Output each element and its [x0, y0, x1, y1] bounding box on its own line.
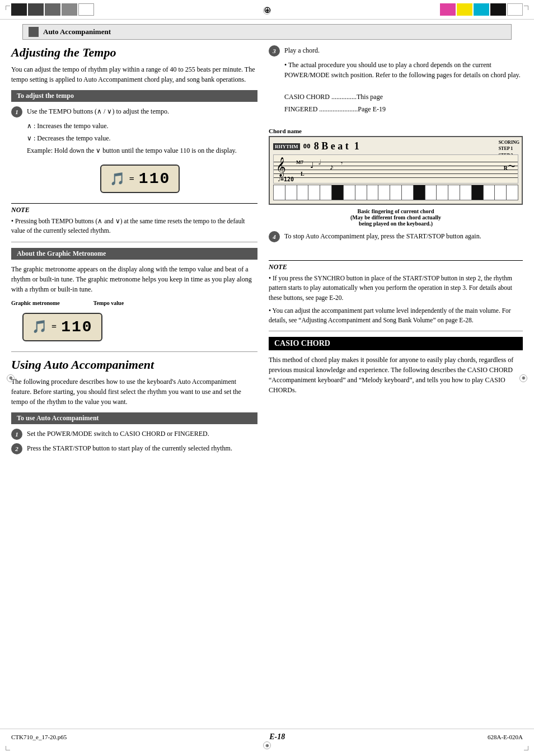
use-step-2-circle: 2: [11, 443, 22, 454]
note-box-right: NOTE • If you press the SYNCHRO button i…: [269, 260, 523, 325]
tempo-display-2: 🎵 = 110: [22, 313, 102, 341]
chord-name-label: Chord name: [269, 128, 523, 134]
right-step-3-item: 3 Play a chord.: [269, 45, 523, 57]
chord-caption-3: being played on the keyboard.): [269, 220, 523, 227]
tempo-display: 🎵 = 110: [100, 165, 180, 193]
chord-caption-1: Basic fingering of current chord: [269, 208, 523, 214]
tempo-number-2: 110: [61, 318, 92, 336]
use-step-2-item: 2 Press the START/STOP button to start p…: [11, 443, 257, 454]
step1-example: Example: Hold down the ∨ button until th…: [11, 145, 257, 156]
chord-caption-2: (May be different from chord actually: [269, 214, 523, 220]
section-header: Auto Accompaniment: [22, 24, 512, 40]
wavy-decoration: 〜: [508, 162, 516, 172]
footer-right: 628A-E-020A: [488, 734, 523, 740]
step-1-circle: 1: [11, 106, 22, 118]
treble-clef: 𝄞: [276, 158, 286, 175]
note-label-1: NOTE: [11, 206, 257, 214]
page-footer: CTK710_e_17-20.p65 E-18 628A-E-020A: [0, 729, 534, 745]
note-box-1: NOTE • Pressing both TEMPO buttons (∧ an…: [11, 203, 257, 236]
using-auto-body: The following procedure describes how to…: [11, 377, 257, 407]
reg-mark-right: ⊕: [519, 374, 527, 382]
keyboard-keys: [273, 185, 518, 200]
music-stave-area: 𝄞 M7 L ♩=120 ♩ 𝅗𝅥 ♪ 𝄾 R 〜: [273, 154, 518, 184]
metronome-labels: Graphic metronome Tempo value: [11, 300, 257, 306]
beat-display: 8 B e a t: [314, 140, 349, 152]
tempo-marker: ♩=120: [277, 176, 294, 182]
right-step-4-circle: 4: [269, 231, 280, 242]
use-step-2-text: Press the START/STOP button to start pla…: [27, 443, 257, 453]
fingered-ref: FINGERED .......................Page E-1…: [284, 104, 523, 116]
tempo-number: 110: [139, 170, 170, 187]
right-step-3-text: Play a chord.: [284, 45, 523, 55]
main-heading: Adjusting the Tempo: [11, 45, 257, 60]
equals-sign: =: [129, 174, 134, 184]
chord-refs: CASIO CHORD ...............This page FIN…: [269, 91, 523, 115]
note-text-right-1: • If you press the SYNCHRO button in pla…: [269, 274, 523, 303]
left-column: Adjusting the Tempo You can adjust the t…: [11, 45, 257, 458]
casio-chord-ref: CASIO CHORD ...............This page: [284, 91, 523, 104]
use-step-1-circle: 1: [11, 429, 22, 440]
metro-label-right: Tempo value: [93, 300, 124, 306]
step-1-item: 1 Use the TEMPO buttons (∧ / ∨) to adjus…: [11, 106, 257, 118]
color-blocks-left: [11, 3, 94, 16]
intro-text: You can adjust the tempo of rhythm play …: [11, 64, 257, 84]
chord-caption: Basic fingering of current chord (May be…: [269, 208, 523, 227]
section-icon: [29, 27, 39, 37]
metronome-icon: 🎵: [110, 172, 125, 186]
score-label-scoring: SCORING: [499, 139, 519, 145]
score-label-step1: STEP 1: [499, 145, 519, 152]
step3-bullet: • The actual procedure you should use to…: [269, 60, 523, 80]
to-use-auto-title: To use Auto Accompaniment: [11, 412, 257, 424]
beat-number: 1: [354, 140, 359, 152]
note-text-right-2: • You can adjust the accompaniment part …: [269, 306, 523, 326]
use-step-1-item: 1 Set the POWER/MODE switch to CASIO CHO…: [11, 429, 257, 440]
step1-indent2: ∨ : Decreases the tempo value.: [11, 133, 257, 143]
page-number: E-18: [269, 732, 285, 741]
right-step-3-circle: 3: [269, 45, 280, 57]
note-symbol-3: ♪: [330, 163, 334, 172]
step1-indent1: ∧ : Increases the tempo value.: [11, 121, 257, 131]
right-step-4-item: 4 To stop Auto Accompaniment play, press…: [269, 231, 523, 242]
chord-marker-m7: M7: [296, 159, 303, 165]
casio-chord-body: This method of chord play makes it possi…: [269, 355, 523, 395]
center-compass: ⊕: [264, 4, 271, 15]
display-number-top: 00: [303, 143, 311, 150]
note-symbol-1: ♩: [310, 161, 314, 170]
rhythm-label: RHYTHM: [273, 143, 300, 150]
chord-marker-r: R: [504, 165, 508, 171]
graphic-metro-title: About the Graphic Metronome: [11, 248, 257, 260]
equals-sign-2: =: [51, 322, 57, 332]
chord-marker-l: L: [301, 171, 305, 177]
casio-chord-title: CASIO CHORD: [269, 337, 523, 350]
footer-left: CTK710_e_17-20.p65: [11, 734, 67, 740]
right-column: 3 Play a chord. • The actual procedure y…: [269, 45, 523, 458]
reg-mark-left: ⊕: [7, 374, 15, 382]
metro-label-left: Graphic metronome: [11, 300, 60, 306]
note-text-1: • Pressing both TEMPO buttons (∧ and ∨) …: [11, 217, 257, 236]
using-auto-heading: Using Auto Accompaniment: [11, 358, 257, 372]
right-step-4-text: To stop Auto Accompaniment play, press t…: [284, 231, 523, 241]
graphic-metro-body: The graphic metronome appears on the dis…: [11, 264, 257, 294]
use-step-1-text: Set the POWER/MODE switch to CASIO CHORD…: [27, 429, 257, 439]
note-label-right: NOTE: [269, 263, 523, 271]
color-blocks-right: [440, 3, 523, 16]
metronome-icon-2: 🎵: [32, 320, 47, 334]
section-header-title: Auto Accompaniment: [43, 27, 111, 36]
top-bar: ⊕: [0, 0, 534, 20]
chord-display-diagram: RHYTHM 00 8 B e a t 1 SCORING STEP 1 STE…: [269, 136, 523, 205]
step-1-text: Use the TEMPO buttons (∧ / ∨) to adjust …: [27, 106, 257, 116]
adjust-tempo-title: To adjust the tempo: [11, 90, 257, 102]
